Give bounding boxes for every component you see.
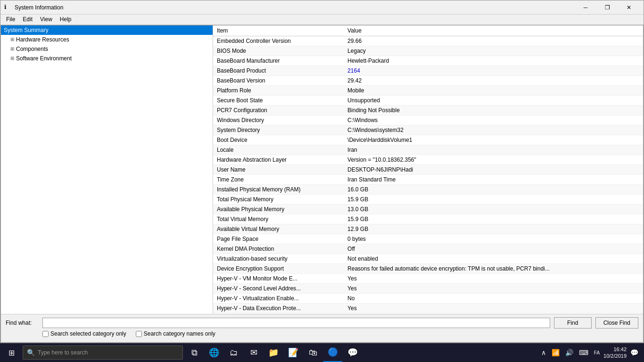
table-row: Virtualization-based securityNot enabled <box>213 254 643 263</box>
taskbar-chrome[interactable]: 🔵 <box>323 343 342 362</box>
table-cell-item: BaseBoard Version <box>213 75 344 85</box>
menu-bar: File Edit View Help <box>0 15 644 25</box>
table-cell-value: 2164 <box>344 66 643 75</box>
taskbar-word[interactable]: 📝 <box>284 343 303 362</box>
tray-language[interactable]: FA <box>592 350 602 355</box>
table-cell-value: Unsupported <box>344 95 643 105</box>
find-label: Find what: <box>6 320 39 326</box>
table-cell-value: 29.66 <box>344 36 643 46</box>
restore-button[interactable]: ❐ <box>596 0 618 15</box>
sidebar-item-components[interactable]: ⊞ Components <box>1 44 213 54</box>
taskbar-task-view[interactable]: ⧉ <box>185 343 204 362</box>
table-cell-value: C:\Windows <box>344 115 643 125</box>
table-row: Page File Space0 bytes <box>213 234 643 244</box>
table-cell-value: Version = "10.0.18362.356" <box>344 155 643 165</box>
checkbox-category-names-label: Search category names only <box>144 330 215 337</box>
tray-datetime: 16:42 10/2/2019 <box>603 346 627 360</box>
table-cell-value: Off <box>344 244 643 254</box>
title-bar: ℹ System Information ─ ❐ ✕ <box>0 0 644 15</box>
table-row: Secure Boot StateUnsupported <box>213 95 643 105</box>
table-cell-item: Platform Role <box>213 85 344 95</box>
checkbox-category-names-input[interactable] <box>136 331 142 337</box>
sidebar-item-software-environment[interactable]: ⊞ Software Environment <box>1 54 213 63</box>
start-button[interactable]: ⊞ <box>0 343 23 362</box>
tray-network[interactable]: 📶 <box>550 349 561 356</box>
menu-help[interactable]: Help <box>56 15 75 24</box>
table-cell-value: 29.42 <box>344 75 643 85</box>
expand-icon: ⊞ <box>10 56 14 61</box>
table-cell-item: Windows Directory <box>213 115 344 125</box>
find-bar: Find what: Find Close Find Search select… <box>1 314 643 342</box>
table-cell-value: \Device\HarddiskVolume1 <box>344 135 643 145</box>
table-row: Device Encryption SupportReasons for fai… <box>213 263 643 273</box>
tray-keyboard[interactable]: ⌨ <box>577 349 590 356</box>
table-cell-value: 13.0 GB <box>344 204 643 214</box>
table-cell-value: 15.9 GB <box>344 214 643 224</box>
table-row: Hyper-V - Second Level Addres...Yes <box>213 283 643 293</box>
taskbar-search[interactable]: 🔍 Type here to search <box>23 346 183 360</box>
taskbar-teams[interactable]: 💬 <box>343 343 362 362</box>
menu-edit[interactable]: Edit <box>19 15 36 24</box>
table-cell-item: Kernel DMA Protection <box>213 244 344 254</box>
content-area: System Summary ⊞ Hardware Resources ⊞ Co… <box>1 25 643 314</box>
table-cell-value: Iran Standard Time <box>344 174 643 184</box>
table-cell-item: BIOS Mode <box>213 46 344 56</box>
tray-time: 16:42 <box>603 346 627 353</box>
table-cell-value: Yes <box>344 303 643 313</box>
table-cell-item: Hardware Abstraction Layer <box>213 155 344 165</box>
taskbar-store2[interactable]: 🛍 <box>304 343 322 362</box>
table-row: Time ZoneIran Standard Time <box>213 174 643 184</box>
table-row: System DirectoryC:\Windows\system32 <box>213 125 643 135</box>
close-find-button[interactable]: Close Find <box>595 317 638 329</box>
checkbox-selected-category[interactable]: Search selected category only <box>42 330 126 337</box>
taskbar-edge[interactable]: 🌐 <box>205 343 223 362</box>
taskbar-middle: ⧉ 🌐 🗂 ✉ 📁 📝 🛍 🔵 💬 <box>183 343 536 362</box>
table-row: Available Physical Memory13.0 GB <box>213 204 643 214</box>
table-cell-value: No <box>344 293 643 303</box>
table-row: Total Virtual Memory15.9 GB <box>213 214 643 224</box>
menu-view[interactable]: View <box>36 15 56 24</box>
tray-up-arrow[interactable]: ∧ <box>539 349 548 356</box>
table-cell-value: Reasons for failed automatic device encr… <box>344 263 643 273</box>
sidebar-item-system-summary[interactable]: System Summary <box>1 25 213 35</box>
search-icon: 🔍 <box>27 349 35 356</box>
table-cell-value: 15.9 GB <box>344 194 643 204</box>
table-cell-value: Legacy <box>344 46 643 56</box>
table-cell-item: Available Virtual Memory <box>213 224 344 234</box>
table-cell-item: Virtualization-based security <box>213 254 344 263</box>
minimize-button[interactable]: ─ <box>575 0 596 15</box>
tray-notifications[interactable]: 💬 <box>628 349 640 356</box>
app-window: ℹ System Information ─ ❐ ✕ File Edit Vie… <box>0 0 644 343</box>
sidebar-item-hardware-resources[interactable]: ⊞ Hardware Resources <box>1 35 213 44</box>
taskbar-store[interactable]: 🗂 <box>224 343 243 362</box>
find-row: Find what: Find Close Find <box>6 317 638 329</box>
table-cell-value: Binding Not Possible <box>344 105 643 115</box>
find-button[interactable]: Find <box>554 317 592 329</box>
checkbox-category-names[interactable]: Search category names only <box>136 330 215 337</box>
taskbar-files[interactable]: 📁 <box>264 343 283 362</box>
tray-volume[interactable]: 🔊 <box>563 349 575 356</box>
table-cell-item: System Directory <box>213 125 344 135</box>
sidebar-item-label: Components <box>16 46 48 52</box>
checkbox-row: Search selected category only Search cat… <box>6 330 638 337</box>
table-cell-item: Hyper-V - Data Execution Prote... <box>213 303 344 313</box>
sidebar-item-label: System Summary <box>4 27 49 33</box>
table-cell-item: Hyper-V - Virtualization Enable... <box>213 293 344 303</box>
find-input[interactable] <box>42 318 550 328</box>
col-item: Item <box>213 25 344 36</box>
title-bar-controls: ─ ❐ ✕ <box>575 0 640 15</box>
table-row: PCR7 ConfigurationBinding Not Possible <box>213 105 643 115</box>
taskbar-tray: ∧ 📶 🔊 ⌨ FA 16:42 10/2/2019 💬 <box>536 346 644 360</box>
sidebar-item-label: Hardware Resources <box>16 36 69 43</box>
table-row: BaseBoard Version29.42 <box>213 75 643 85</box>
close-button[interactable]: ✕ <box>618 0 640 15</box>
expand-icon: ⊞ <box>10 37 14 42</box>
table-cell-item: Device Encryption Support <box>213 263 344 273</box>
table-row: Embedded Controller Version29.66 <box>213 36 643 46</box>
checkbox-selected-category-input[interactable] <box>42 331 49 337</box>
taskbar-mail[interactable]: ✉ <box>244 343 263 362</box>
app-icon: ℹ <box>4 4 12 11</box>
table-cell-item: Secure Boot State <box>213 95 344 105</box>
menu-file[interactable]: File <box>2 15 19 24</box>
table-row: LocaleIran <box>213 145 643 155</box>
